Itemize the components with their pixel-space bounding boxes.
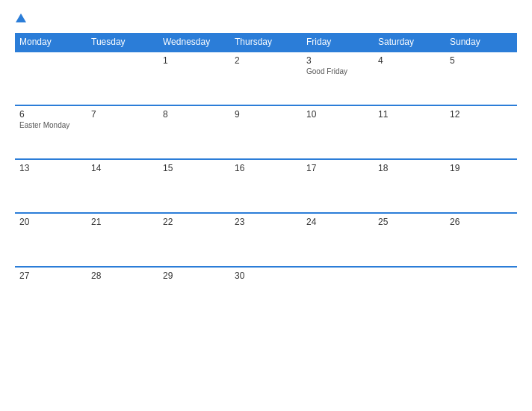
calendar-cell (87, 52, 158, 105)
calendar-body: 123Good Friday456Easter Monday7891011121… (15, 52, 517, 321)
day-number: 28 (91, 271, 154, 281)
calendar-cell: 17 (302, 159, 374, 213)
calendar-cell: 10 (302, 105, 374, 159)
holiday-label: Good Friday (306, 67, 369, 75)
day-number: 19 (450, 163, 513, 173)
calendar-cell: 27 (15, 267, 87, 321)
calendar-cell: 26 (445, 213, 517, 267)
calendar-cell: 14 (87, 159, 158, 213)
day-number: 8 (163, 109, 226, 120)
day-number: 15 (163, 163, 226, 173)
day-number: 23 (235, 217, 297, 227)
day-number: 9 (235, 109, 297, 120)
calendar-cell: 6Easter Monday (15, 105, 87, 159)
calendar-cell: 2 (230, 52, 302, 105)
calendar-week-row: 20212223242526 (15, 213, 517, 267)
day-number: 27 (19, 271, 82, 281)
col-header-monday: Monday (15, 33, 87, 52)
day-number: 14 (91, 163, 154, 173)
logo (15, 13, 26, 24)
day-number: 7 (91, 109, 154, 120)
calendar-cell: 23 (230, 213, 302, 267)
calendar-table: MondayTuesdayWednesdayThursdayFridaySatu… (15, 33, 517, 321)
calendar-week-row: 27282930 (15, 267, 517, 321)
col-header-sunday: Sunday (445, 33, 517, 52)
day-number: 17 (306, 163, 369, 173)
calendar-header: MondayTuesdayWednesdayThursdayFridaySatu… (15, 33, 517, 52)
day-number: 13 (19, 163, 82, 173)
calendar-cell: 22 (158, 213, 230, 267)
header-row: MondayTuesdayWednesdayThursdayFridaySatu… (15, 33, 517, 52)
day-number: 16 (235, 163, 297, 173)
logo-wrapper (15, 13, 26, 24)
day-number: 12 (450, 109, 513, 120)
calendar-cell: 4 (374, 52, 445, 105)
calendar-cell: 16 (230, 159, 302, 213)
calendar-cell: 1 (158, 52, 230, 105)
day-number: 4 (378, 55, 441, 66)
day-number: 11 (378, 109, 441, 120)
day-number: 10 (306, 109, 369, 120)
calendar-cell: 15 (158, 159, 230, 213)
day-number: 2 (235, 55, 297, 66)
day-number: 20 (19, 217, 82, 227)
day-number: 18 (378, 163, 441, 173)
calendar-cell: 20 (15, 213, 87, 267)
calendar-week-row: 123Good Friday45 (15, 52, 517, 105)
calendar-week-row: 13141516171819 (15, 159, 517, 213)
calendar-cell: 9 (230, 105, 302, 159)
logo-top-row (15, 13, 26, 24)
col-header-tuesday: Tuesday (87, 33, 158, 52)
day-number: 5 (450, 55, 513, 66)
col-header-friday: Friday (302, 33, 374, 52)
calendar-cell: 8 (158, 105, 230, 159)
header (15, 13, 517, 24)
day-number: 1 (163, 55, 226, 66)
day-number: 22 (163, 217, 226, 227)
logo-triangle-icon (16, 13, 26, 22)
calendar-cell: 30 (230, 267, 302, 321)
calendar-cell: 29 (158, 267, 230, 321)
holiday-label: Easter Monday (19, 121, 82, 129)
day-number: 25 (378, 217, 441, 227)
day-number: 6 (19, 109, 82, 120)
day-number: 21 (91, 217, 154, 227)
calendar-cell: 5 (445, 52, 517, 105)
calendar-cell: 24 (302, 213, 374, 267)
day-number: 26 (450, 217, 513, 227)
col-header-saturday: Saturday (374, 33, 445, 52)
calendar-cell (374, 267, 445, 321)
calendar-cell: 12 (445, 105, 517, 159)
page: MondayTuesdayWednesdayThursdayFridaySatu… (0, 0, 532, 411)
calendar-cell: 18 (374, 159, 445, 213)
calendar-cell: 3Good Friday (302, 52, 374, 105)
day-number: 30 (235, 271, 297, 281)
calendar-week-row: 6Easter Monday789101112 (15, 105, 517, 159)
calendar-cell: 19 (445, 159, 517, 213)
calendar-cell (15, 52, 87, 105)
calendar-cell: 28 (87, 267, 158, 321)
calendar-cell: 7 (87, 105, 158, 159)
day-number: 3 (306, 55, 369, 66)
col-header-thursday: Thursday (230, 33, 302, 52)
calendar-cell (445, 267, 517, 321)
day-number: 29 (163, 271, 226, 281)
calendar-cell: 25 (374, 213, 445, 267)
calendar-cell: 21 (87, 213, 158, 267)
calendar-cell: 11 (374, 105, 445, 159)
calendar-cell (302, 267, 374, 321)
col-header-wednesday: Wednesday (158, 33, 230, 52)
calendar-cell: 13 (15, 159, 87, 213)
day-number: 24 (306, 217, 369, 227)
